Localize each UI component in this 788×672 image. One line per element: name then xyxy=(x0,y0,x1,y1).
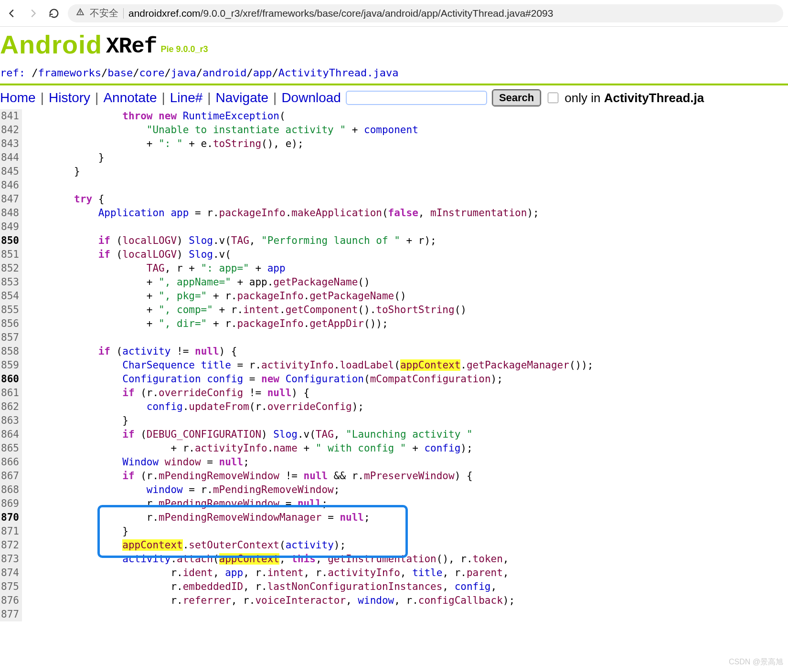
line-number[interactable]: 874 xyxy=(1,566,19,580)
line-number[interactable]: 876 xyxy=(1,594,19,608)
line-number[interactable]: 848 xyxy=(1,206,19,220)
code-line: try { xyxy=(26,192,594,206)
line-number[interactable]: 845 xyxy=(1,165,19,178)
nav-navigate[interactable]: Navigate xyxy=(216,90,269,105)
breadcrumb-part[interactable]: app xyxy=(253,67,272,79)
breadcrumb-part[interactable]: java xyxy=(171,67,196,79)
line-number[interactable]: 852 xyxy=(1,262,19,275)
search-button[interactable]: Search xyxy=(492,89,541,106)
line-number[interactable]: 864 xyxy=(1,428,19,441)
line-number[interactable]: 861 xyxy=(1,386,19,400)
only-in-checkbox[interactable] xyxy=(548,93,558,103)
line-number[interactable]: 871 xyxy=(1,525,19,538)
line-number[interactable]: 842 xyxy=(1,123,19,137)
code-line: r.mPendingRemoveWindow = null; xyxy=(26,497,594,511)
logo-xref-text: XRef xyxy=(106,34,157,59)
code-line: Window window = null; xyxy=(26,455,594,469)
code-line: + ", dir=" + r.packageInfo.getAppDir()); xyxy=(26,317,594,331)
line-number[interactable]: 869 xyxy=(1,497,19,511)
code-line xyxy=(26,220,594,234)
line-number[interactable]: 873 xyxy=(1,552,19,566)
line-number[interactable]: 847 xyxy=(1,192,19,206)
line-number[interactable]: 867 xyxy=(1,469,19,483)
line-number[interactable]: 855 xyxy=(1,303,19,317)
nav-history[interactable]: History xyxy=(49,90,90,105)
line-number[interactable]: 854 xyxy=(1,289,19,303)
nav-row: Home| History| Annotate| Line#| Navigate… xyxy=(0,88,788,109)
line-number[interactable]: 844 xyxy=(1,151,19,165)
code-line: r.embeddedID, r.lastNonConfigurationInst… xyxy=(26,580,594,594)
code-line: } xyxy=(26,525,594,538)
back-button[interactable] xyxy=(5,6,19,21)
line-number[interactable]: 863 xyxy=(1,414,19,428)
code-line xyxy=(26,178,594,192)
reload-button[interactable] xyxy=(47,6,61,21)
code-line: "Unable to instantiate activity " + comp… xyxy=(26,123,594,137)
line-number[interactable]: 846 xyxy=(1,178,19,192)
nav-home[interactable]: Home xyxy=(0,90,36,105)
breadcrumb-part[interactable]: frameworks xyxy=(38,67,101,79)
code-line: if (activity != null) { xyxy=(26,345,594,358)
line-number[interactable]: 862 xyxy=(1,400,19,414)
search-input[interactable] xyxy=(346,91,487,105)
forward-button[interactable] xyxy=(26,6,40,21)
only-in-label: only in ActivityThread.ja xyxy=(564,91,704,105)
code-line: Configuration config = new Configuration… xyxy=(26,372,594,386)
breadcrumb-part[interactable]: android xyxy=(202,67,247,79)
line-number[interactable]: 849 xyxy=(1,220,19,234)
line-number[interactable]: 875 xyxy=(1,580,19,594)
line-number-gutter[interactable]: 8418428438448458468478488498508518528538… xyxy=(0,109,22,621)
line-number[interactable]: 858 xyxy=(1,345,19,358)
line-number[interactable]: 841 xyxy=(1,109,19,123)
code-line: throw new RuntimeException( xyxy=(26,109,594,123)
code-line: } xyxy=(26,151,594,165)
nav-download[interactable]: Download xyxy=(281,90,341,105)
breadcrumb-part[interactable]: base xyxy=(107,67,133,79)
line-number[interactable]: 877 xyxy=(1,608,19,621)
address-bar[interactable]: 不安全 androidxref.com/9.0.0_r3/xref/framew… xyxy=(68,4,783,22)
code-line: if (r.mPendingRemoveWindow != null && r.… xyxy=(26,469,594,483)
accent-rule xyxy=(0,84,788,85)
code-line: r.mPendingRemoveWindowManager = null; xyxy=(26,511,594,525)
code-line xyxy=(26,331,594,345)
code-line: r.referrer, r.voiceInteractor, window, r… xyxy=(26,594,594,608)
code-line: if (localLOGV) Slog.v( xyxy=(26,248,594,262)
line-number[interactable]: 866 xyxy=(1,455,19,469)
code-line: r.ident, app, r.intent, r.activityInfo, … xyxy=(26,566,594,580)
nav-line[interactable]: Line# xyxy=(170,90,203,105)
line-number[interactable]: 850 xyxy=(1,234,19,248)
breadcrumb-part[interactable]: core xyxy=(139,67,164,79)
line-number[interactable]: 851 xyxy=(1,248,19,262)
code-line: if (localLOGV) Slog.v(TAG, "Performing l… xyxy=(26,234,594,248)
browser-toolbar: 不安全 androidxref.com/9.0.0_r3/xref/framew… xyxy=(0,0,788,27)
line-number[interactable]: 865 xyxy=(1,441,19,455)
line-number[interactable]: 860 xyxy=(1,372,19,386)
code-line: if (r.overrideConfig != null) { xyxy=(26,386,594,400)
line-number[interactable]: 859 xyxy=(1,358,19,372)
code-line: } xyxy=(26,414,594,428)
line-number[interactable]: 843 xyxy=(1,137,19,151)
code-line: Application app = r.packageInfo.makeAppl… xyxy=(26,206,594,220)
site-logo[interactable]: Android XRef Pie 9.0.0_r3 xyxy=(0,27,788,59)
code-line xyxy=(26,608,594,621)
insecure-icon xyxy=(75,7,85,19)
line-number[interactable]: 870 xyxy=(1,511,19,525)
breadcrumb: ref: /frameworks/base/core/java/android/… xyxy=(0,59,788,82)
code-line: CharSequence title = r.activityInfo.load… xyxy=(26,358,594,372)
code-line: if (DEBUG_CONFIGURATION) Slog.v(TAG, "La… xyxy=(26,428,594,441)
line-number[interactable]: 853 xyxy=(1,275,19,289)
insecure-label: 不安全 xyxy=(90,7,118,20)
code-line: + ", comp=" + r.intent.getComponent().to… xyxy=(26,303,594,317)
code-content[interactable]: throw new RuntimeException( "Unable to i… xyxy=(22,109,594,621)
address-separator xyxy=(123,8,124,19)
line-number[interactable]: 872 xyxy=(1,538,19,552)
line-number[interactable]: 856 xyxy=(1,317,19,331)
line-number[interactable]: 857 xyxy=(1,331,19,345)
nav-annotate[interactable]: Annotate xyxy=(103,90,157,105)
code-line: appContext.setOuterContext(activity); xyxy=(26,538,594,552)
code-line: config.updateFrom(r.overrideConfig); xyxy=(26,400,594,414)
breadcrumb-part[interactable]: ActivityThread.java xyxy=(278,67,399,79)
code-line: window = r.mPendingRemoveWindow; xyxy=(26,483,594,497)
watermark: CSDN @景高旭 xyxy=(729,657,783,667)
line-number[interactable]: 868 xyxy=(1,483,19,497)
